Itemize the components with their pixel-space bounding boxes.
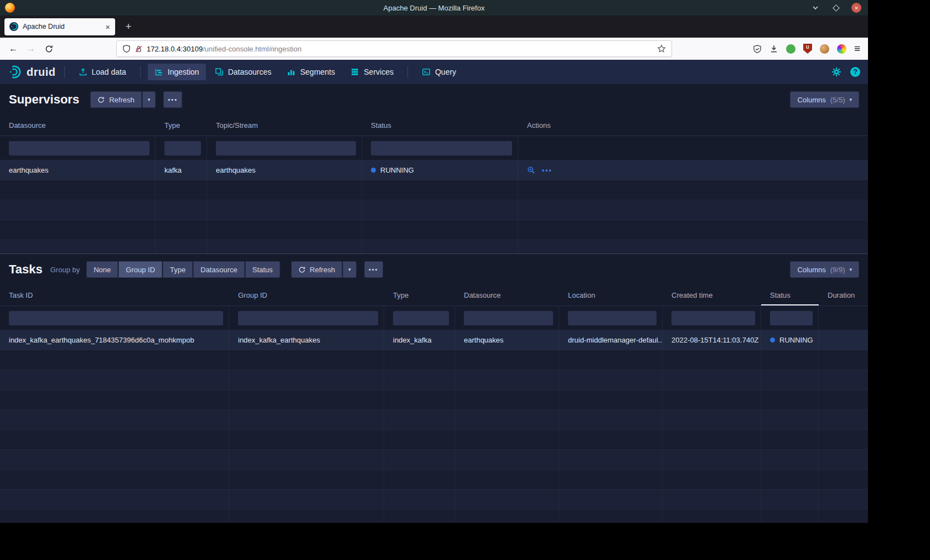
magnifier-icon[interactable]	[527, 166, 535, 174]
tasks-filter-location[interactable]	[568, 311, 657, 325]
empty-cell	[663, 490, 761, 509]
reload-button[interactable]	[40, 40, 58, 58]
tasks-col-created-time[interactable]: Created time	[663, 285, 761, 305]
supervisors-col-datasource[interactable]: Datasource	[0, 115, 156, 136]
tasks-more-button[interactable]: •••	[364, 261, 383, 278]
tasks-col-task-id[interactable]: Task ID	[0, 285, 229, 305]
supervisor-status[interactable]: RUNNING	[362, 160, 518, 180]
tasks-filter-type[interactable]	[393, 311, 449, 325]
supervisor-topic[interactable]: earthquakes	[207, 160, 362, 180]
tasks-filter-status[interactable]	[770, 311, 813, 325]
nav-load-data[interactable]: Load data	[72, 64, 133, 80]
empty-cell	[663, 470, 761, 489]
supervisors-columns-button[interactable]: Columns (5/5) ▾	[790, 91, 859, 108]
extension-brown-icon[interactable]	[820, 44, 829, 54]
titlebar: Apache Druid — Mozilla Firefox ×	[0, 0, 868, 15]
insecure-lock-icon[interactable]	[135, 45, 143, 53]
services-icon	[350, 68, 359, 76]
tasks-filter-group-id[interactable]	[238, 311, 378, 325]
tasks-col-type[interactable]: Type	[384, 285, 455, 305]
task-status[interactable]: RUNNING	[761, 330, 819, 350]
supervisors-refresh-label: Refresh	[109, 96, 135, 104]
row-more-actions-icon[interactable]: •••	[542, 167, 552, 174]
empty-cell	[207, 240, 362, 253]
empty-cell	[0, 490, 229, 509]
tasks-filter-created-time[interactable]	[671, 311, 755, 325]
task-type[interactable]: index_kafka	[384, 330, 455, 350]
supervisors-refresh-button[interactable]: Refresh	[90, 91, 142, 108]
druid-logo[interactable]: druid	[8, 65, 56, 79]
supervisors-col-status[interactable]: Status	[362, 115, 518, 136]
task-id[interactable]: index_kafka_earthquakes_7184357396d6c0a_…	[0, 330, 229, 350]
nav-services[interactable]: Services	[344, 64, 400, 80]
shield-icon[interactable]	[122, 44, 131, 53]
nav-query-label: Query	[435, 68, 456, 76]
supervisors-filter-type[interactable]	[164, 141, 201, 155]
url-bar[interactable]: 172.18.0.4:30109/unified-console.html#in…	[116, 40, 672, 57]
tasks-table-header: Task ID Group ID Type Datasource Locatio…	[0, 285, 868, 306]
nav-segments[interactable]: Segments	[280, 64, 342, 80]
minimize-button[interactable]	[810, 3, 820, 13]
empty-cell	[229, 390, 384, 409]
tasks-filter-datasource[interactable]	[464, 311, 553, 325]
task-location[interactable]: druid-middlemanager-defaul...	[559, 330, 663, 350]
supervisors-refresh-caret-button[interactable]: ▾	[142, 91, 156, 108]
help-icon[interactable]: ?	[850, 67, 860, 77]
task-group-id[interactable]: index_kafka_earthquakes	[229, 330, 384, 350]
supervisors-filter-status[interactable]	[371, 141, 512, 155]
tasks-refresh-button[interactable]: Refresh	[291, 261, 343, 278]
url-text[interactable]: 172.18.0.4:30109/unified-console.html#in…	[147, 45, 653, 53]
nav-ingestion[interactable]: Ingestion	[148, 64, 206, 80]
task-datasource[interactable]: earthquakes	[455, 330, 559, 350]
close-window-button[interactable]: ×	[851, 3, 861, 13]
supervisors-col-topic[interactable]: Topic/Stream	[207, 115, 362, 136]
nav-divider	[407, 66, 408, 78]
task-created-time[interactable]: 2022-08-15T14:11:03.740Z	[663, 330, 761, 350]
maximize-button[interactable]	[831, 3, 841, 13]
firefox-logo-icon	[5, 3, 15, 13]
group-by-group-id-button[interactable]: Group ID	[118, 261, 162, 278]
tasks-filter-task-id[interactable]	[9, 311, 223, 325]
back-button[interactable]: ←	[4, 40, 22, 58]
empty-cell	[156, 240, 207, 253]
tasks-refresh-caret-button[interactable]: ▾	[343, 261, 356, 278]
group-by-status-button[interactable]: Status	[245, 261, 280, 278]
tab-bar: Apache Druid × +	[0, 15, 868, 38]
tab-close-icon[interactable]: ×	[105, 23, 110, 31]
group-by-datasource-button[interactable]: Datasource	[193, 261, 244, 278]
menu-icon[interactable]: ≡	[854, 43, 860, 55]
group-by-none-button[interactable]: None	[86, 261, 118, 278]
tab-apache-druid[interactable]: Apache Druid ×	[4, 18, 115, 35]
supervisors-filter-datasource[interactable]	[9, 141, 149, 155]
nav-datasources-label: Datasources	[228, 68, 272, 76]
ublock-extension-icon[interactable]: u	[803, 44, 812, 54]
extension-pinwheel-icon[interactable]	[837, 44, 846, 54]
settings-gear-icon[interactable]	[831, 67, 841, 77]
nav-query[interactable]: Query	[415, 64, 463, 80]
empty-cell	[455, 390, 559, 409]
supervisor-datasource[interactable]: earthquakes	[0, 160, 156, 180]
tasks-col-location[interactable]: Location	[559, 285, 663, 305]
tasks-col-group-id[interactable]: Group ID	[229, 285, 384, 305]
supervisors-col-type[interactable]: Type	[156, 115, 207, 136]
supervisors-more-button[interactable]: •••	[163, 91, 182, 108]
url-path: /unified-console.html#ingestion	[203, 45, 302, 53]
nav-datasources[interactable]: Datasources	[208, 64, 278, 80]
supervisors-filter-topic[interactable]	[216, 141, 356, 155]
tasks-columns-button[interactable]: Columns (9/9) ▾	[790, 261, 859, 278]
empty-cell	[0, 390, 229, 409]
extension-green-icon[interactable]	[786, 44, 795, 54]
new-tab-button[interactable]: +	[120, 18, 137, 35]
tasks-col-status[interactable]: Status	[761, 285, 819, 305]
tasks-col-datasource[interactable]: Datasource	[455, 285, 559, 305]
tasks-col-duration[interactable]: Duration	[819, 285, 868, 305]
druid-header: druid Load data Ingestion Datasou	[0, 60, 868, 84]
group-by-type-button[interactable]: Type	[163, 261, 193, 278]
supervisor-row[interactable]: earthquakes kafka earthquakes RUNNING ••…	[0, 160, 868, 180]
task-row[interactable]: index_kafka_earthquakes_7184357396d6c0a_…	[0, 330, 868, 350]
shield-check-icon[interactable]	[753, 44, 762, 54]
bookmark-star-icon[interactable]	[657, 44, 666, 53]
empty-cell	[819, 370, 868, 390]
supervisor-type[interactable]: kafka	[156, 160, 207, 180]
downloads-icon[interactable]	[769, 44, 778, 53]
